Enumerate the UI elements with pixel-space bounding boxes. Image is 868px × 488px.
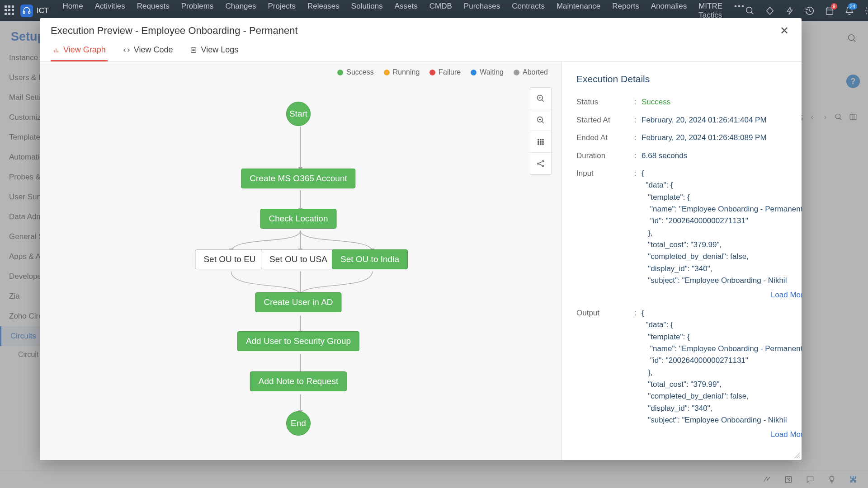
tab-label: View Logs xyxy=(201,45,238,55)
modal-tabs: View Graph View Code View Logs xyxy=(40,40,802,62)
svg-point-9 xyxy=(746,7,752,13)
node-ou-eu[interactable]: Set OU to EU xyxy=(195,249,264,269)
brand-text: ICT xyxy=(37,6,49,15)
nav-item[interactable]: Requests xyxy=(137,2,170,20)
diamond-icon[interactable] xyxy=(765,6,775,16)
node-end[interactable]: End xyxy=(286,411,311,436)
nav-item[interactable]: Home xyxy=(62,2,83,20)
node-start[interactable]: Start xyxy=(286,102,311,126)
nav-item[interactable]: Changes xyxy=(225,2,256,20)
details-heading: Execution Details xyxy=(576,74,787,84)
graph-pane: Success Running Failure Waiting Aborted xyxy=(40,62,562,460)
node-security-group[interactable]: Add User to Security Group xyxy=(237,331,359,351)
bar-chart-icon xyxy=(52,47,60,54)
label-input: Input xyxy=(576,168,634,301)
node-ou-usa[interactable]: Set OU to USA xyxy=(261,249,336,269)
nav-item[interactable]: CMDB xyxy=(429,2,452,20)
nav-item[interactable]: Maintenance xyxy=(557,2,600,20)
bolt-icon[interactable] xyxy=(785,6,795,16)
bell-icon[interactable]: 24 xyxy=(844,6,854,16)
brand-logo[interactable]: ICT xyxy=(20,5,49,17)
search-icon[interactable] xyxy=(745,6,755,16)
modal-header: Execution Preview - Employee Onboarding … xyxy=(40,18,802,40)
tab-view-code[interactable]: View Code xyxy=(121,40,175,61)
nav-item[interactable]: Solutions xyxy=(351,2,383,20)
nav-item[interactable]: Contracts xyxy=(512,2,545,20)
logs-icon xyxy=(190,47,197,54)
modal-title: Execution Preview - Employee Onboarding … xyxy=(51,25,298,37)
label-started: Started At xyxy=(576,114,634,126)
tab-label: View Code xyxy=(134,45,173,55)
label-status: Status xyxy=(576,96,634,108)
node-create-ad[interactable]: Create User in AD xyxy=(255,292,341,312)
load-more-output[interactable]: Load More xyxy=(642,429,802,441)
svg-line-46 xyxy=(799,457,800,458)
nav-item[interactable]: Anomalies xyxy=(651,2,687,20)
value-started: February, 20, 2024 01:26:41:404 PM xyxy=(642,114,787,126)
workflow-graph[interactable]: Start Create MS O365 Account Check Locat… xyxy=(40,62,561,460)
node-o365[interactable]: Create MS O365 Account xyxy=(241,169,355,188)
topbar-right: 9 24 xyxy=(745,4,868,18)
svg-rect-7 xyxy=(24,11,25,13)
node-add-note[interactable]: Add Note to Request xyxy=(250,371,347,391)
label-duration: Duration xyxy=(576,150,634,162)
svg-line-10 xyxy=(751,12,754,14)
history-icon[interactable] xyxy=(805,6,815,16)
label-output: Output xyxy=(576,307,634,441)
svg-rect-8 xyxy=(28,11,30,13)
modal-body: Success Running Failure Waiting Aborted xyxy=(40,62,802,460)
value-duration: 6.68 seconds xyxy=(642,150,787,162)
nav-item[interactable]: Releases xyxy=(307,2,340,20)
nav-item[interactable]: Projects xyxy=(268,2,296,20)
execution-details-panel: Execution Details Status:Success Started… xyxy=(562,62,802,460)
calendar-badge: 9 xyxy=(831,3,837,9)
nav-item[interactable]: Activities xyxy=(95,2,125,20)
input-json: { "data": { "template": { "name": "Emplo… xyxy=(642,168,802,286)
nav-more-icon[interactable]: ••• xyxy=(734,2,745,20)
node-ou-india[interactable]: Set OU to India xyxy=(332,249,408,269)
headset-icon xyxy=(20,5,33,17)
value-status: Success xyxy=(642,96,787,108)
code-icon xyxy=(123,47,130,54)
output-json: { "data": { "template": { "name": "Emplo… xyxy=(642,307,802,426)
execution-preview-modal: Execution Preview - Employee Onboarding … xyxy=(40,18,802,460)
nav-item[interactable]: Problems xyxy=(181,2,214,20)
nav-item[interactable]: Reports xyxy=(612,2,639,20)
top-nav: Home Activities Requests Problems Change… xyxy=(62,2,745,20)
value-ended: February, 20, 2024 01:26:48:089 PM xyxy=(642,132,787,144)
svg-rect-20 xyxy=(191,47,196,52)
nav-item[interactable]: Purchases xyxy=(464,2,500,20)
load-more-input[interactable]: Load More xyxy=(642,289,802,301)
gear-icon[interactable] xyxy=(864,6,868,16)
bell-badge: 24 xyxy=(848,3,857,9)
tab-view-logs[interactable]: View Logs xyxy=(188,40,240,61)
resize-grip-icon[interactable] xyxy=(793,452,800,458)
nav-item[interactable]: MITRE Tactics xyxy=(698,2,722,20)
tab-view-graph[interactable]: View Graph xyxy=(51,40,108,61)
nav-item[interactable]: Assets xyxy=(395,2,418,20)
close-icon[interactable]: ✕ xyxy=(778,24,791,37)
label-ended: Ended At xyxy=(576,132,634,144)
calendar-icon[interactable]: 9 xyxy=(825,6,835,16)
apps-grid-icon[interactable] xyxy=(5,5,14,16)
tab-label: View Graph xyxy=(63,45,106,55)
node-check-location[interactable]: Check Location xyxy=(260,209,337,229)
